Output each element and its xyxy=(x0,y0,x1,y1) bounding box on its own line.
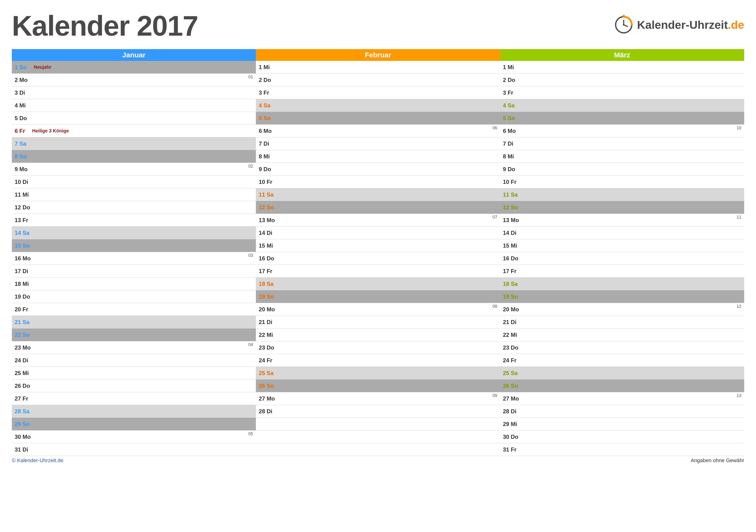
holiday-name: Neujahr xyxy=(34,64,51,70)
day-row: 13 Fr xyxy=(12,214,256,227)
day-row: 2 Do xyxy=(256,74,500,87)
day-row: 24 Di xyxy=(12,354,256,367)
day-label: 9 Do xyxy=(503,166,515,172)
day-row: 27 Mo09 xyxy=(256,392,500,405)
day-row: 17 Fr xyxy=(256,265,500,278)
day-label: 5 So xyxy=(503,115,515,121)
day-label: 14 Di xyxy=(259,230,272,236)
day-label: 27 Mo xyxy=(259,395,275,402)
day-row: 9 Do xyxy=(256,163,500,176)
day-label: 11 Sa xyxy=(259,191,274,198)
day-row: 19 So xyxy=(256,290,500,303)
day-label: 10 Fr xyxy=(259,179,272,185)
day-row: 4 Mi xyxy=(12,99,256,112)
day-label: 9 Do xyxy=(259,166,271,172)
day-row: 30 Do xyxy=(500,431,744,443)
week-number: 09 xyxy=(493,393,497,398)
holiday-name: Heilige 3 Könige xyxy=(32,128,69,134)
day-row: 8 So xyxy=(12,150,256,163)
day-label: 18 Mi xyxy=(14,281,29,287)
day-row: 26 So xyxy=(256,380,500,392)
day-label: 13 Mo xyxy=(259,217,275,223)
day-label: 24 Fr xyxy=(503,357,516,364)
day-label: 3 Fr xyxy=(503,89,513,96)
day-row xyxy=(256,418,500,431)
day-label: 27 Fr xyxy=(14,395,28,402)
day-label: 19 Do xyxy=(14,293,30,300)
day-label: 23 Mo xyxy=(14,344,31,351)
day-row: 7 Di xyxy=(256,138,500,150)
day-label: 26 Do xyxy=(14,383,30,389)
site-logo: Kalender-Uhrzeit.de xyxy=(613,14,744,36)
day-row: 28 Sa xyxy=(12,405,256,418)
day-label: 8 Mi xyxy=(259,153,270,160)
day-row: 22 Mi xyxy=(500,329,744,341)
day-label: 1 Mi xyxy=(503,64,514,70)
day-label: 19 So xyxy=(503,293,518,300)
day-row: 11 Sa xyxy=(500,188,744,201)
day-label: 4 Mi xyxy=(14,102,26,109)
day-row: 29 So xyxy=(12,418,256,431)
svg-point-5 xyxy=(623,24,624,25)
day-row: 14 Sa xyxy=(12,227,256,239)
day-row: 23 Do xyxy=(256,341,500,354)
week-number: 10 xyxy=(737,126,742,131)
header: Kalender 2017 Kalender-Uhrzeit.de xyxy=(12,10,744,42)
day-label: 3 Di xyxy=(14,89,25,96)
day-label: 8 So xyxy=(14,153,27,160)
day-label: 24 Di xyxy=(14,357,28,364)
day-row: 10 Di xyxy=(12,176,256,188)
week-number: 11 xyxy=(737,215,742,220)
day-label: 25 Sa xyxy=(259,370,274,376)
month-column: Januar1 SoNeujahr2 Mo013 Di4 Mi5 Do6 FrH… xyxy=(12,49,256,456)
day-row: 30 Mo05 xyxy=(12,431,256,443)
day-label: 2 Mo xyxy=(14,77,28,83)
day-label: 5 So xyxy=(259,115,271,121)
day-label: 23 Do xyxy=(259,344,274,351)
day-row: 28 Di xyxy=(500,405,744,418)
day-label: 12 So xyxy=(503,204,518,211)
day-label: 6 Fr xyxy=(14,128,25,134)
day-row: 23 Mo04 xyxy=(12,341,256,354)
day-row: 15 Mi xyxy=(256,239,500,252)
day-row: 3 Fr xyxy=(256,87,500,99)
day-label: 7 Sa xyxy=(14,140,26,147)
day-row: 15 Mi xyxy=(500,239,744,252)
week-number: 08 xyxy=(493,304,497,309)
day-row: 1 Mi xyxy=(500,61,744,74)
day-row: 6 FrHeilige 3 Könige xyxy=(12,125,256,138)
day-label: 24 Fr xyxy=(259,357,272,364)
day-label: 15 Mi xyxy=(259,242,273,249)
day-label: 20 Mo xyxy=(503,306,519,313)
day-label: 9 Mo xyxy=(14,166,28,172)
day-row: 12 So xyxy=(500,201,744,214)
day-row: 18 Mi xyxy=(12,278,256,290)
day-row: 3 Di xyxy=(12,87,256,99)
day-row: 19 Do xyxy=(12,290,256,303)
week-number: 07 xyxy=(493,215,497,220)
day-row: 24 Fr xyxy=(500,354,744,367)
day-row xyxy=(256,431,500,443)
day-row: 3 Fr xyxy=(500,87,744,99)
day-row: 26 Do xyxy=(12,380,256,392)
day-row: 17 Fr xyxy=(500,265,744,278)
day-label: 15 Mi xyxy=(503,242,517,249)
day-row: 27 Fr xyxy=(12,392,256,405)
day-row: 24 Fr xyxy=(256,354,500,367)
day-row: 22 So xyxy=(12,329,256,341)
footer: © Kalender-Uhrzeit.de Angaben ohne Gewäh… xyxy=(12,457,744,464)
day-row: 8 Mi xyxy=(256,150,500,163)
day-label: 8 Mi xyxy=(503,153,514,160)
day-row: 13 Mo07 xyxy=(256,214,500,227)
day-label: 14 Sa xyxy=(14,230,30,236)
copyright: © Kalender-Uhrzeit.de xyxy=(12,457,63,464)
day-label: 10 Fr xyxy=(503,179,516,185)
day-row: 5 So xyxy=(256,112,500,125)
day-row: 10 Fr xyxy=(500,176,744,188)
month-column: März1 Mi2 Do3 Fr4 Sa5 So6 Mo107 Di8 Mi9 … xyxy=(500,49,744,456)
day-row: 14 Di xyxy=(500,227,744,239)
day-row: 21 Sa xyxy=(12,316,256,329)
day-label: 21 Di xyxy=(503,319,516,325)
day-row: 16 Do xyxy=(256,252,500,265)
day-label: 25 Mi xyxy=(14,370,29,376)
